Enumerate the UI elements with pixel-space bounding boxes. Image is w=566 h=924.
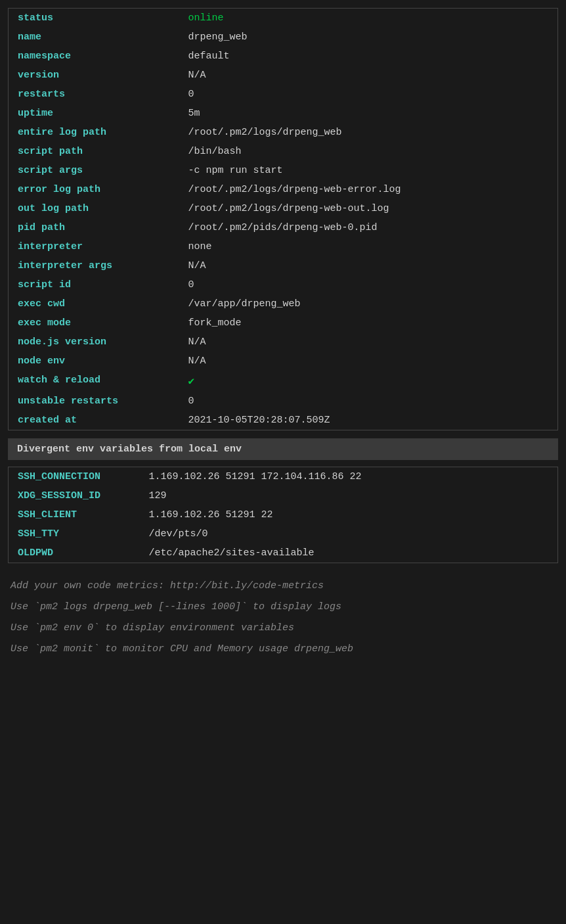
footer-line: Use `pm2 logs drpeng_web [--lines 1000]`… (11, 597, 555, 617)
row-value: 0 (179, 85, 558, 104)
table-row: SSH_TTY/dev/pts/0 (9, 524, 558, 543)
row-key: version (9, 66, 179, 85)
row-value: 0 (179, 275, 558, 294)
row-value: ✔ (179, 371, 558, 392)
env-value: 1.169.102.26 51291 22 (140, 505, 558, 524)
table-row: error log path/root/.pm2/logs/drpeng-web… (9, 180, 558, 199)
row-key: pid path (9, 218, 179, 237)
env-key: SSH_CONNECTION (9, 467, 140, 487)
row-key: restarts (9, 85, 179, 104)
row-key: entire log path (9, 123, 179, 142)
row-value: /root/.pm2/logs/drpeng_web (179, 123, 558, 142)
row-value: fork_mode (179, 313, 558, 333)
row-value: none (179, 237, 558, 256)
table-row: statusonline (9, 9, 558, 28)
row-value: drpeng_web (179, 28, 558, 47)
table-row: XDG_SESSION_ID129 (9, 486, 558, 505)
table-row: unstable restarts0 (9, 392, 558, 411)
table-row: uptime5m (9, 104, 558, 123)
row-key: out log path (9, 199, 179, 218)
table-row: script id0 (9, 275, 558, 294)
env-key: SSH_TTY (9, 524, 140, 543)
row-value: -c npm run start (179, 161, 558, 180)
row-key: script args (9, 161, 179, 180)
table-row: restarts0 (9, 85, 558, 104)
row-value: /var/app/drpeng_web (179, 294, 558, 313)
row-value: 2021-10-05T20:28:07.509Z (179, 411, 558, 430)
footer-line: Add your own code metrics: http://bit.ly… (11, 576, 555, 596)
row-key: interpreter (9, 237, 179, 256)
table-row: watch & reload✔ (9, 371, 558, 392)
section-header: Divergent env variables from local env (8, 438, 558, 460)
table-row: versionN/A (9, 66, 558, 85)
row-key: exec mode (9, 313, 179, 333)
row-key: interpreter args (9, 256, 179, 275)
env-value: 1.169.102.26 51291 172.104.116.86 22 (140, 467, 558, 487)
row-value: default (179, 47, 558, 66)
table-row: out log path/root/.pm2/logs/drpeng-web-o… (9, 199, 558, 218)
table-row: exec modefork_mode (9, 313, 558, 333)
row-value: 5m (179, 104, 558, 123)
row-key: status (9, 9, 179, 28)
table-row: interpreter argsN/A (9, 256, 558, 275)
footer-line: Use `pm2 monit` to monitor CPU and Memor… (11, 639, 555, 659)
process-info-table: statusonlinenamedrpeng_webnamespacedefau… (8, 8, 558, 430)
env-key: OLDPWD (9, 543, 140, 563)
row-key: script path (9, 142, 179, 161)
row-key: error log path (9, 180, 179, 199)
row-key: namespace (9, 47, 179, 66)
row-key: name (9, 28, 179, 47)
table-row: created at2021-10-05T20:28:07.509Z (9, 411, 558, 430)
row-key: script id (9, 275, 179, 294)
env-value: /dev/pts/0 (140, 524, 558, 543)
row-key: node env (9, 352, 179, 371)
row-value: N/A (179, 256, 558, 275)
row-key: uptime (9, 104, 179, 123)
row-value: N/A (179, 352, 558, 371)
row-value: N/A (179, 66, 558, 85)
table-row: node.js versionN/A (9, 333, 558, 352)
row-value: /root/.pm2/pids/drpeng-web-0.pid (179, 218, 558, 237)
row-value: /root/.pm2/logs/drpeng-web-error.log (179, 180, 558, 199)
table-row: SSH_CONNECTION1.169.102.26 51291 172.104… (9, 467, 558, 487)
row-key: node.js version (9, 333, 179, 352)
table-row: pid path/root/.pm2/pids/drpeng-web-0.pid (9, 218, 558, 237)
env-value: /etc/apache2/sites-available (140, 543, 558, 563)
env-table: SSH_CONNECTION1.169.102.26 51291 172.104… (8, 467, 558, 563)
table-row: OLDPWD/etc/apache2/sites-available (9, 543, 558, 563)
row-key: watch & reload (9, 371, 179, 392)
table-row: namespacedefault (9, 47, 558, 66)
row-value: 0 (179, 392, 558, 411)
table-row: entire log path/root/.pm2/logs/drpeng_we… (9, 123, 558, 142)
table-row: interpreternone (9, 237, 558, 256)
row-value: /root/.pm2/logs/drpeng-web-out.log (179, 199, 558, 218)
env-key: SSH_CLIENT (9, 505, 140, 524)
table-row: namedrpeng_web (9, 28, 558, 47)
env-key: XDG_SESSION_ID (9, 486, 140, 505)
table-row: SSH_CLIENT1.169.102.26 51291 22 (9, 505, 558, 524)
table-row: script args-c npm run start (9, 161, 558, 180)
row-key: unstable restarts (9, 392, 179, 411)
footer-line: Use `pm2 env 0` to display environment v… (11, 618, 555, 638)
row-key: exec cwd (9, 294, 179, 313)
env-value: 129 (140, 486, 558, 505)
footer-section: Add your own code metrics: http://bit.ly… (8, 576, 558, 659)
table-row: script path/bin/bash (9, 142, 558, 161)
row-value: N/A (179, 333, 558, 352)
table-row: node envN/A (9, 352, 558, 371)
row-value: online (179, 9, 558, 28)
row-value: /bin/bash (179, 142, 558, 161)
row-key: created at (9, 411, 179, 430)
table-row: exec cwd/var/app/drpeng_web (9, 294, 558, 313)
